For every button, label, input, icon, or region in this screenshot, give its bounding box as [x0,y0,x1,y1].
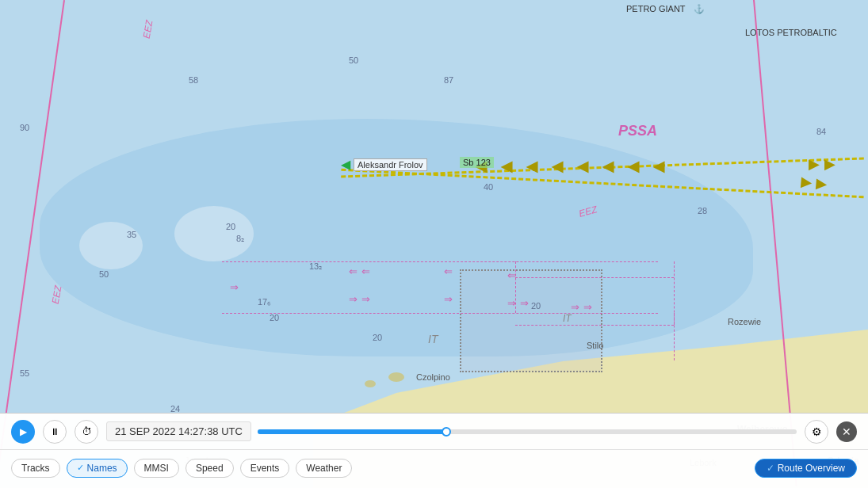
depth-20: 20 [226,222,235,231]
speed-filter-button[interactable]: Speed [185,459,234,478]
settings-button[interactable]: ⚙ [805,420,828,444]
rozewie-label: Rozewie [728,317,761,326]
depth-28: 28 [698,206,707,215]
speed-button[interactable]: ⏱ [75,420,98,444]
events-filter-button[interactable]: Events [240,459,290,478]
island-2 [365,380,376,387]
it-label-1: IT [428,333,438,345]
route-arrows-right: ▶ ▶ [809,155,835,173]
depth-20e: 20 [531,301,541,311]
pause-button[interactable]: ⏸ [43,420,67,444]
petro-giant-label: PETRO GIANT [626,4,686,13]
traffic-lane-4 [515,277,674,278]
traffic-lane-2 [222,313,658,314]
restricted-area [460,269,602,372]
route-arrows-right-2: ▶ ▶ [800,173,828,193]
arrow-3: ◀ [526,158,537,175]
weather-label: Weather [306,463,342,474]
depth-55: 55 [20,368,29,378]
depth-82: 8₂ [236,234,244,244]
gear-icon: ⚙ [812,425,822,438]
stilo-label: Stilo [587,341,603,350]
mmsi-label: MMSI [144,463,169,474]
ship-aleksandr-frolov[interactable]: ◀ Aleksandr Frolov [341,157,427,172]
arrow-6: ◀ [602,158,614,175]
names-label: Names [87,463,117,474]
depth-176: 17₆ [258,297,270,307]
tracks-filter-button[interactable]: Tracks [11,459,60,478]
tracks-label: Tracks [21,463,50,474]
depth-50b: 50 [99,269,109,279]
names-filter-button[interactable]: ✓ Names [67,459,128,478]
depth-20c: 20 [270,313,279,322]
progress-thumb[interactable] [442,427,451,437]
timeline-container: 21 SEP 2022 14:27:38 UTC [106,421,797,441]
toolbar-bottom: Tracks ✓ Names MMSI Speed Events Weather [0,450,868,486]
ship-sb123[interactable]: Sb 123 [460,157,494,168]
depth-40: 40 [484,182,493,192]
weather-filter-button[interactable]: Weather [296,459,352,478]
toolbar: ▶ ⏸ ⏱ 21 SEP 2022 14:27:38 UTC ⚙ [0,413,868,488]
toolbar-top: ▶ ⏸ ⏱ 21 SEP 2022 14:27:38 UTC ⚙ [0,414,868,450]
depth-35: 35 [127,230,136,239]
route-overview-label: Route Overview [778,463,845,474]
gauge-icon: ⏱ [82,425,92,437]
lotos-label: LOTOS PETROBALTIC [745,28,837,37]
current-arrow-5: ⇒ [444,293,453,305]
pause-icon: ⏸ [50,426,59,437]
current-arrow-4: ⇐ [444,265,453,277]
rarrow-3: ▶ [800,173,813,192]
ship-icon-frolov: ◀ [341,157,350,172]
current-arrow-2: ⇐⇐ [349,265,370,277]
depth-132: 13₂ [309,261,322,272]
arrow-5: ◀ [577,158,588,175]
it-label-2: IT [563,313,572,324]
events-label: Events [250,463,280,474]
mmsi-filter-button[interactable]: MMSI [134,459,179,478]
rarrow-4: ▶ [816,174,828,193]
depth-50: 50 [349,55,358,65]
map-container: EEZ EEZ EEZ PSSA ◀ ◀ ◀ ◀ ◀ ◀ ◀ ◀ ▶ ▶ ▶ ▶… [0,0,868,488]
ship-label-sb: Sb 123 [460,157,494,168]
route-overview-button[interactable]: ✓ Route Overview [755,459,857,478]
depth-58: 58 [189,75,198,85]
shallow-patch-1 [79,222,143,269]
czolpino-label: Czolpino [416,372,450,382]
v-lane-1 [515,261,516,313]
play-button[interactable]: ▶ [11,420,35,444]
island-1 [388,372,404,382]
close-icon: ✕ [842,425,851,438]
arrow-2: ◀ [501,158,512,175]
traffic-lane-3 [515,325,674,326]
progress-fill [258,429,446,434]
v-lane-3 [674,313,675,360]
arrow-4: ◀ [552,158,563,175]
route-overview-check-icon: ✓ [767,463,774,474]
anchor-icon-petro: ⚓ [694,4,705,14]
arrow-8: ◀ [653,158,664,175]
pssa-label: PSSA [618,123,657,139]
play-icon: ▶ [20,426,27,437]
current-arrow-3: ⇒⇒ [349,293,370,305]
current-arrow-8: ⇒⇒ [571,301,592,313]
current-arrow-1: ⇒ [230,281,239,293]
current-arrow-7: ⇒⇒ [507,297,529,309]
speed-label: Speed [196,463,224,474]
rarrow-1: ▶ [809,155,820,173]
depth-84: 84 [816,127,826,136]
progress-track[interactable] [258,429,797,434]
traffic-lane-1 [222,261,658,262]
ship-label-frolov: Aleksandr Frolov [354,158,427,171]
depth-87: 87 [444,75,453,85]
depth-90: 90 [20,123,29,132]
names-check-icon: ✓ [77,463,84,473]
timestamp-label: 21 SEP 2022 14:27:38 UTC [106,421,251,441]
depth-20d: 20 [373,333,382,342]
close-button[interactable]: ✕ [836,421,857,442]
rarrow-2: ▶ [824,155,835,173]
arrow-7: ◀ [628,158,639,175]
